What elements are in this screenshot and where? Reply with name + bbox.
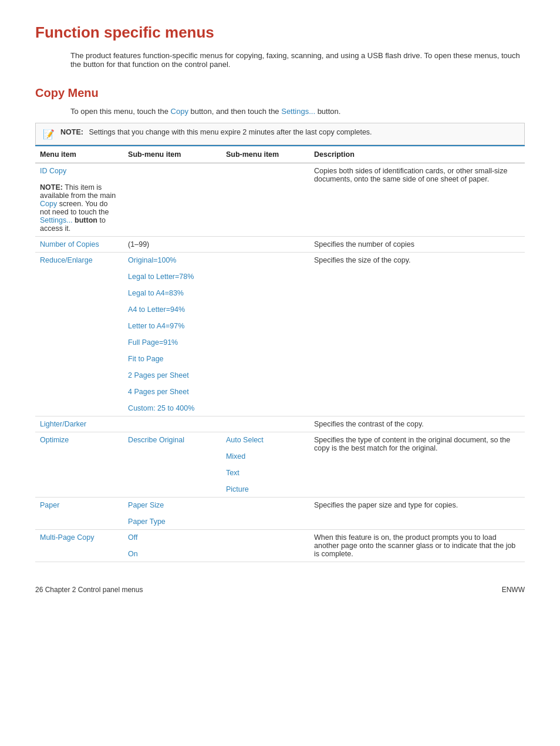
row-optimize-sub1: Describe Original xyxy=(123,432,221,498)
table-row: Number of Copies (1–99) Specifies the nu… xyxy=(35,237,525,253)
row-id-copy-desc: Copies both sides of identification card… xyxy=(309,163,525,237)
num-copies-label: Number of Copies xyxy=(40,240,99,248)
row-reduce-sub1: Original=100% Legal to Letter=78% Legal … xyxy=(123,253,221,416)
row-reduce-desc: Specifies the size of the copy. xyxy=(309,253,525,416)
optimize-sub1-describe: Describe Original xyxy=(128,436,184,444)
id-copy-note-link1: Copy xyxy=(40,200,57,208)
header-sub1: Sub-menu item xyxy=(123,146,221,163)
row-multipage-menu: Multi-Page Copy xyxy=(35,530,123,562)
reduce-label: Reduce/Enlarge xyxy=(40,256,93,264)
reduce-sub1-item-4: Letter to A4=97% xyxy=(128,322,184,330)
copy-link[interactable]: Copy xyxy=(171,107,188,116)
row-num-copies-sub1: (1–99) xyxy=(123,237,221,253)
row-id-copy-sub1 xyxy=(123,163,221,237)
note-text: Settings that you change with this menu … xyxy=(89,128,372,136)
header-sub2: Sub-menu item xyxy=(221,146,309,163)
row-optimize-desc: Specifies the type of content in the ori… xyxy=(309,432,525,498)
header-desc: Description xyxy=(309,146,525,163)
row-lighter-menu: Lighter/Darker xyxy=(35,416,123,432)
menu-table: Menu item Sub-menu item Sub-menu item De… xyxy=(35,145,525,562)
row-lighter-desc: Specifies the contrast of the copy. xyxy=(309,416,525,432)
note-label: NOTE: xyxy=(60,128,83,136)
row-lighter-sub1 xyxy=(123,416,221,432)
lighter-label: Lighter/Darker xyxy=(40,420,86,428)
row-multipage-desc: When this feature is on, the product pro… xyxy=(309,530,525,562)
section-intro: To open this menu, touch the Copy button… xyxy=(70,107,525,116)
optimize-label: Optimize xyxy=(40,436,69,444)
row-num-copies-menu: Number of Copies xyxy=(35,237,123,253)
row-paper-desc: Specifies the paper size and type for co… xyxy=(309,498,525,530)
optimize-sub2-mixed: Mixed xyxy=(226,452,245,461)
reduce-sub1-item-2: Legal to A4=83% xyxy=(128,289,184,297)
row-num-copies-desc: Specifies the number of copies xyxy=(309,237,525,253)
section-intro-after: button. xyxy=(315,107,340,116)
footer-right: ENWW xyxy=(502,586,525,594)
table-row: Paper Paper Size Paper Type Specifies th… xyxy=(35,498,525,530)
row-optimize-sub2: Auto Select Mixed Text Picture xyxy=(221,432,309,498)
reduce-sub1-item-1: Legal to Letter=78% xyxy=(128,273,194,281)
id-copy-note-label: NOTE: xyxy=(40,183,63,191)
section-intro-before: To open this menu, touch the xyxy=(70,107,171,116)
id-copy-note-bold: button xyxy=(73,216,97,224)
paper-size-label: Paper Size xyxy=(128,501,164,509)
reduce-sub1-item-0: Original=100% xyxy=(128,256,176,264)
reduce-sub1-item-6: Fit to Page xyxy=(128,355,163,363)
table-row: ID Copy NOTE: This item is available fro… xyxy=(35,163,525,237)
row-reduce-menu: Reduce/Enlarge xyxy=(35,253,123,416)
reduce-sub1-item-5: Full Page=91% xyxy=(128,338,178,347)
row-multipage-sub2 xyxy=(221,530,309,562)
row-reduce-sub2 xyxy=(221,253,309,416)
row-multipage-sub1: Off On xyxy=(123,530,221,562)
row-paper-sub2 xyxy=(221,498,309,530)
row-num-copies-sub2 xyxy=(221,237,309,253)
optimize-sub2-picture: Picture xyxy=(226,485,249,493)
note-content: NOTE: Settings that you change with this… xyxy=(60,128,372,136)
table-row: Reduce/Enlarge Original=100% Legal to Le… xyxy=(35,253,525,416)
row-lighter-sub2 xyxy=(221,416,309,432)
row-id-copy-menu: ID Copy NOTE: This item is available fro… xyxy=(35,163,123,237)
reduce-sub1-item-8: 4 Pages per Sheet xyxy=(128,388,189,396)
page-title: Function specific menus xyxy=(35,23,525,42)
reduce-sub1-item-9: Custom: 25 to 400% xyxy=(128,404,194,412)
table-row: Multi-Page Copy Off On When this feature… xyxy=(35,530,525,562)
row-optimize-menu: Optimize xyxy=(35,432,123,498)
paper-label: Paper xyxy=(40,501,59,509)
intro-text: The product features function-specific m… xyxy=(70,51,525,69)
optimize-sub2-autoselect: Auto Select xyxy=(226,436,264,444)
reduce-sub1-item-7: 2 Pages per Sheet xyxy=(128,371,189,379)
row-paper-sub1: Paper Size Paper Type xyxy=(123,498,221,530)
multipage-off-label: Off xyxy=(128,533,137,542)
note-icon: 📝 xyxy=(43,129,55,140)
multipage-label: Multi-Page Copy xyxy=(40,533,94,542)
optimize-sub2-text: Text xyxy=(226,469,239,477)
settings-link[interactable]: Settings... xyxy=(281,107,315,116)
section-title: Copy Menu xyxy=(35,86,525,100)
id-copy-note-link2: Settings... xyxy=(40,216,73,224)
footer: 26 Chapter 2 Control panel menus ENWW xyxy=(35,586,525,594)
section-intro-middle: button, and then touch the xyxy=(188,107,281,116)
table-row: Optimize Describe Original Auto Select M… xyxy=(35,432,525,498)
footer-left: 26 Chapter 2 Control panel menus xyxy=(35,586,143,594)
paper-type-label: Paper Type xyxy=(128,518,166,526)
id-copy-label: ID Copy xyxy=(40,167,66,175)
row-id-copy-sub2 xyxy=(221,163,309,237)
row-paper-menu: Paper xyxy=(35,498,123,530)
note-box: 📝 NOTE: Settings that you change with th… xyxy=(35,123,525,145)
reduce-sub1-item-3: A4 to Letter=94% xyxy=(128,305,185,314)
table-header-row: Menu item Sub-menu item Sub-menu item De… xyxy=(35,146,525,163)
header-menu-item: Menu item xyxy=(35,146,123,163)
table-row: Lighter/Darker Specifies the contrast of… xyxy=(35,416,525,432)
multipage-on-label: On xyxy=(128,550,138,558)
